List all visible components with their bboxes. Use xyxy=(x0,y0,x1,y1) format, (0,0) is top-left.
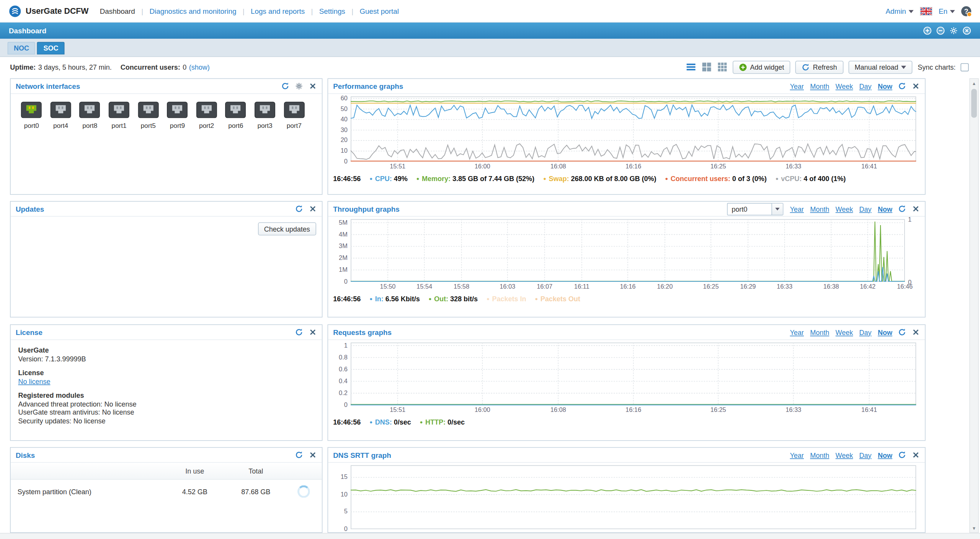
port-label: port0 xyxy=(24,121,39,129)
widget-title: DNS SRTT graph xyxy=(333,451,391,459)
refresh-icon[interactable] xyxy=(898,328,906,336)
range-now[interactable]: Now xyxy=(878,451,892,459)
port-item[interactable]: port8 xyxy=(75,101,105,129)
port-item[interactable]: port9 xyxy=(163,101,192,129)
refresh-icon[interactable] xyxy=(295,205,303,213)
close-icon[interactable] xyxy=(912,451,920,459)
nav-guest-portal[interactable]: Guest portal xyxy=(359,7,399,15)
legend-item[interactable]: ●Swap: 268.00 KB of 8.00 GB (0%) xyxy=(543,175,656,182)
range-year[interactable]: Year xyxy=(790,205,804,213)
show-users-link[interactable]: (show) xyxy=(189,63,210,71)
admin-menu[interactable]: Admin xyxy=(886,7,914,15)
refresh-icon[interactable] xyxy=(295,328,303,336)
widget-requests-graphs: Requests graphs YearMonthWeekDayNow 10.8… xyxy=(328,324,926,441)
scroll-up-arrow[interactable]: ▲ xyxy=(970,79,978,88)
legend-item[interactable]: ●Concurrent users: 0 of 3 (0%) xyxy=(665,175,766,182)
close-icon[interactable] xyxy=(912,328,920,336)
legend-item[interactable]: ●In: 6.56 Kbit/s xyxy=(369,295,420,302)
dashboard-tabs: NOC SOC xyxy=(0,39,980,57)
nav-diagnostics-and-monitoring[interactable]: Diagnostics and monitoring xyxy=(149,7,236,15)
horizontal-scrollbar[interactable] xyxy=(0,533,980,539)
refresh-icon[interactable] xyxy=(898,451,906,459)
interface-select[interactable]: port0 xyxy=(727,203,784,215)
widget-header: Updates xyxy=(11,202,322,217)
add-widget-button[interactable]: Add widget xyxy=(733,60,791,74)
range-month[interactable]: Month xyxy=(810,205,829,213)
legend-item[interactable]: ●Packets In xyxy=(487,295,526,302)
refresh-icon[interactable] xyxy=(295,451,303,459)
close-icon[interactable] xyxy=(912,205,920,213)
port-label: port6 xyxy=(228,121,243,129)
legend-item[interactable]: ●vCPU: 4 of 400 (1%) xyxy=(776,175,846,182)
expand-all-icon[interactable] xyxy=(923,26,932,35)
sync-charts-checkbox[interactable] xyxy=(960,63,969,71)
tab-soc[interactable]: SOC xyxy=(37,42,65,55)
settings-gear-icon[interactable] xyxy=(949,26,958,35)
legend-item[interactable]: ●HTTP: 0/sec xyxy=(420,418,465,426)
close-icon[interactable] xyxy=(912,82,920,90)
legend-item[interactable]: ●Memory: 3.85 GB of 7.44 GB (52%) xyxy=(416,175,534,182)
port-item[interactable]: port3 xyxy=(250,101,279,129)
port-item[interactable]: port4 xyxy=(46,101,75,129)
range-week[interactable]: Week xyxy=(836,82,853,90)
range-week[interactable]: Week xyxy=(836,205,853,213)
range-day[interactable]: Day xyxy=(859,205,872,213)
range-year[interactable]: Year xyxy=(790,451,804,459)
language-menu[interactable]: En xyxy=(939,7,955,15)
refresh-button[interactable]: Refresh xyxy=(795,60,843,74)
range-day[interactable]: Day xyxy=(859,328,872,336)
scrollbar-thumb[interactable] xyxy=(971,89,977,118)
nav-settings[interactable]: Settings xyxy=(319,7,345,15)
close-icon[interactable] xyxy=(309,82,317,90)
range-month[interactable]: Month xyxy=(810,328,829,336)
collapse-all-icon[interactable] xyxy=(936,26,945,35)
range-day[interactable]: Day xyxy=(859,451,872,459)
range-year[interactable]: Year xyxy=(790,82,804,90)
close-icon[interactable] xyxy=(309,451,317,459)
refresh-icon[interactable] xyxy=(898,82,906,90)
range-month[interactable]: Month xyxy=(810,82,829,90)
legend-item[interactable]: ●CPU: 49% xyxy=(369,175,407,182)
vertical-scrollbar[interactable]: ▲ ▼ xyxy=(969,78,979,533)
nav-logs-and-reports[interactable]: Logs and reports xyxy=(251,7,305,15)
nav-dashboard[interactable]: Dashboard xyxy=(100,7,135,15)
requests-legend: 16:46:56●DNS: 0/sec●HTTP: 0/sec xyxy=(328,415,925,426)
no-license-link[interactable]: No license xyxy=(18,377,50,385)
layout-grid-2-icon[interactable] xyxy=(701,62,712,72)
range-month[interactable]: Month xyxy=(810,451,829,459)
close-icon[interactable] xyxy=(309,205,317,213)
check-updates-button[interactable]: Check updates xyxy=(258,222,316,235)
tab-noc[interactable]: NOC xyxy=(8,42,36,55)
license-module: Advanced threat protection: No license xyxy=(18,400,314,408)
port-item[interactable]: port0 xyxy=(17,101,46,129)
gear-icon[interactable] xyxy=(295,82,303,90)
legend-item[interactable]: ●Out: 328 bit/s xyxy=(429,295,478,302)
port-item[interactable]: port7 xyxy=(279,101,309,129)
refresh-icon[interactable] xyxy=(281,82,289,90)
legend-time: 16:46:56 xyxy=(333,295,361,302)
range-day[interactable]: Day xyxy=(859,82,872,90)
widget-title: Updates xyxy=(16,205,44,213)
manual-reload-dropdown[interactable]: Manual reload xyxy=(848,60,913,74)
layout-list-icon[interactable] xyxy=(686,62,696,72)
refresh-icon[interactable] xyxy=(898,205,906,213)
status-toolbar: Uptime: 3 days, 5 hours, 27 min. Concurr… xyxy=(0,57,980,77)
range-year[interactable]: Year xyxy=(790,328,804,336)
range-week[interactable]: Week xyxy=(836,451,853,459)
scroll-down-arrow[interactable]: ▼ xyxy=(970,524,978,532)
range-now[interactable]: Now xyxy=(878,328,892,336)
close-all-icon[interactable] xyxy=(962,26,971,35)
range-now[interactable]: Now xyxy=(878,82,892,90)
help-icon[interactable]: ? xyxy=(961,6,971,16)
close-icon[interactable] xyxy=(309,328,317,336)
range-week[interactable]: Week xyxy=(836,328,853,336)
legend-item[interactable]: ●Packets Out xyxy=(535,295,580,302)
port-item[interactable]: port1 xyxy=(105,101,134,129)
combo-trigger[interactable] xyxy=(772,203,783,214)
port-item[interactable]: port5 xyxy=(134,101,163,129)
port-item[interactable]: port2 xyxy=(192,101,221,129)
port-item[interactable]: port6 xyxy=(221,101,250,129)
range-now[interactable]: Now xyxy=(878,205,892,213)
layout-grid-3-icon[interactable] xyxy=(717,62,728,72)
legend-item[interactable]: ●DNS: 0/sec xyxy=(369,418,411,426)
